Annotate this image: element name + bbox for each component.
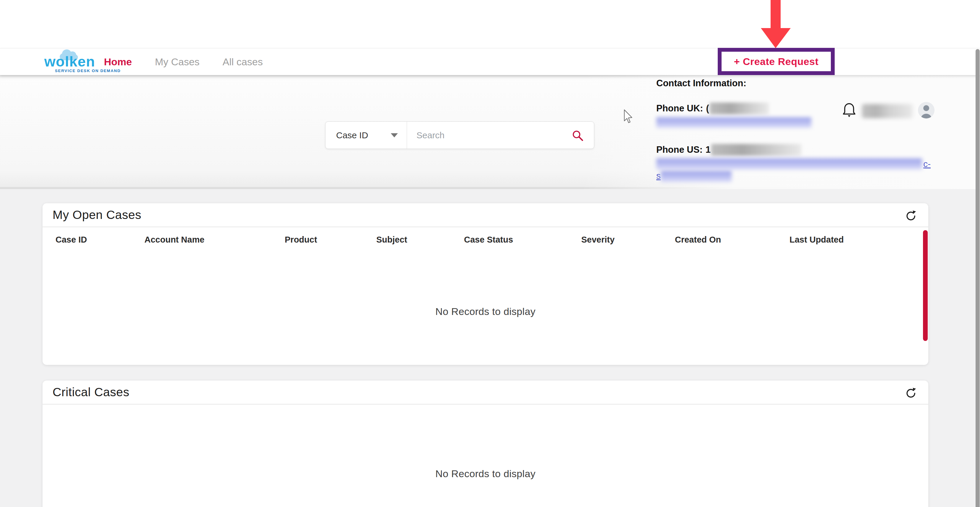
refresh-icon[interactable] [905,210,917,222]
support-link-us-redacted-line1[interactable] [656,158,922,170]
wolken-logo[interactable]: wolken SERVICE DESK ON DEMAND [44,50,109,74]
phone-uk-redacted [710,102,769,114]
support-link-uk-row [656,117,951,129]
phone-uk-fragment: ( [706,103,709,114]
col-account-name[interactable]: Account Name [145,235,285,245]
support-link-us-row: c- s [656,158,951,182]
user-avatar[interactable] [918,102,934,118]
contact-information-block: Contact Information: Phone UK: ( Phone U… [656,78,951,182]
table-header-row: Case ID Account Name Product Subject Cas… [43,235,928,245]
contact-heading: Contact Information: [656,78,951,89]
mouse-cursor [623,109,633,123]
critical-cases-panel: Critical Cases No Records to display [43,381,928,507]
empty-state-text: No Records to display [43,306,928,317]
chevron-down-icon [391,133,398,137]
annotation-highlight-box: + Create Request [718,48,835,75]
phone-uk-label: Phone UK: [656,103,703,114]
search-filter-dropdown[interactable]: Case ID [326,122,407,148]
col-product[interactable]: Product [285,235,376,245]
table-scrollbar[interactable] [923,230,928,341]
phone-us-redacted [711,144,801,156]
col-subject[interactable]: Subject [376,235,464,245]
nav-item-my-cases[interactable]: My Cases [155,56,199,68]
top-white-strip [0,0,980,48]
main-nav: Home My Cases All cases [104,48,263,75]
create-request-button[interactable]: + Create Request [734,56,819,67]
link-fragment-c: c- [923,159,931,169]
search-input[interactable] [417,130,558,140]
search-input-area [407,122,594,148]
phone-us-fragment: 1 [706,145,711,155]
person-icon [918,102,934,118]
nav-item-all-cases[interactable]: All cases [223,56,263,68]
critical-cases-header: Critical Cases [43,381,928,405]
nav-item-home[interactable]: Home [104,56,132,68]
col-created-on[interactable]: Created On [675,235,789,245]
col-severity[interactable]: Severity [581,235,675,245]
link-fragment-s: s [656,171,661,180]
panel-title: My Open Cases [52,208,141,222]
col-last-updated[interactable]: Last Updated [789,235,928,245]
empty-state-text: No Records to display [43,468,928,480]
col-case-status[interactable]: Case Status [464,235,581,245]
my-open-cases-panel: My Open Cases Case ID Account Name Produ… [43,203,928,365]
notifications-bell-icon[interactable] [842,102,856,118]
phone-us-label: Phone US: [656,145,703,155]
annotation-arrow [761,0,791,48]
support-link-uk-redacted[interactable] [656,117,811,128]
search-filter-value: Case ID [336,130,368,140]
logo-wordmark: wolken [44,54,95,69]
support-link-us-redacted-line2[interactable] [661,171,732,182]
search-icon[interactable] [571,129,584,142]
refresh-icon[interactable] [905,387,917,399]
page-scrollbar[interactable] [975,49,980,507]
phone-us-row: Phone US: 1 [656,144,951,156]
panel-title: Critical Cases [52,385,129,399]
my-open-cases-header: My Open Cases [43,203,928,227]
col-case-id[interactable]: Case ID [56,235,145,245]
user-name-redacted [862,104,913,118]
case-search-bar: Case ID [325,121,594,149]
hero-banner: Case ID Contact Information: Phone UK: (… [0,75,980,189]
